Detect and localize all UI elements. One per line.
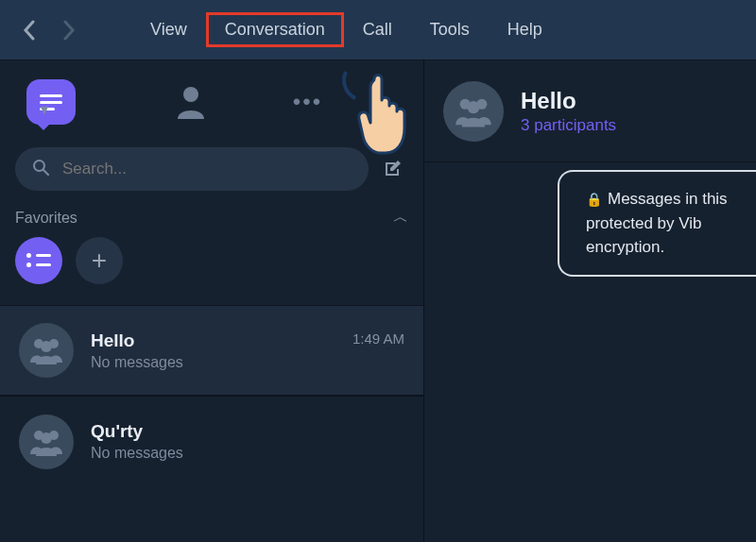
content-pane: Hello 3 participants bbox=[423, 60, 756, 542]
conversation-name: Qu'rty bbox=[91, 421, 404, 442]
menu-call[interactable]: Call bbox=[344, 12, 411, 47]
favorite-add[interactable]: + bbox=[76, 237, 123, 284]
nav-back-button[interactable] bbox=[9, 9, 49, 51]
svg-point-0 bbox=[183, 87, 198, 102]
search-row bbox=[0, 144, 423, 202]
group-icon bbox=[28, 428, 64, 456]
avatar bbox=[19, 323, 74, 378]
search-icon bbox=[32, 159, 49, 180]
conversation-subtitle: No messages bbox=[91, 354, 335, 371]
menu-tools[interactable]: Tools bbox=[411, 12, 489, 47]
svg-line-2 bbox=[43, 170, 48, 175]
menu-items: View Conversation Call Tools Help bbox=[131, 12, 561, 47]
content-title: Hello bbox=[521, 88, 616, 114]
tab-more[interactable]: ••• bbox=[293, 89, 319, 115]
conversation-item-qurty[interactable]: Qu'rty No messages bbox=[0, 396, 423, 486]
svg-point-11 bbox=[467, 100, 479, 112]
main-area: ▼ ••• bbox=[0, 60, 756, 542]
menu-help[interactable]: Help bbox=[489, 12, 561, 47]
conversation-item-hello[interactable]: Hello No messages 1:49 AM bbox=[0, 305, 423, 396]
encryption-text: Messages in this protected by Vib encryp… bbox=[586, 190, 731, 256]
lock-icon: 🔒 bbox=[586, 192, 602, 207]
content-header-text: Hello 3 participants bbox=[521, 88, 616, 135]
plus-icon: + bbox=[92, 246, 107, 276]
favorites-header[interactable]: Favorites ︿ bbox=[0, 202, 423, 231]
compose-button[interactable] bbox=[376, 153, 408, 185]
avatar[interactable] bbox=[443, 81, 504, 142]
sidebar: ▼ ••• bbox=[0, 60, 423, 542]
chevron-down-icon[interactable]: ▼ bbox=[38, 102, 51, 117]
group-icon bbox=[454, 95, 493, 127]
search-input[interactable] bbox=[62, 160, 352, 178]
sidebar-tabs: ▼ ••• bbox=[0, 60, 423, 144]
menubar: View Conversation Call Tools Help bbox=[0, 0, 756, 60]
compose-icon bbox=[382, 159, 403, 179]
tab-contacts[interactable] bbox=[174, 82, 208, 122]
conversation-name: Hello bbox=[91, 330, 335, 351]
list-icon bbox=[26, 251, 51, 270]
conversation-time: 1:49 AM bbox=[352, 327, 404, 347]
conversation-text: Hello No messages bbox=[91, 330, 335, 371]
search-box[interactable] bbox=[15, 147, 369, 191]
conversation-subtitle: No messages bbox=[91, 445, 404, 462]
tab-chats[interactable] bbox=[26, 79, 76, 125]
more-icon: ••• bbox=[293, 89, 322, 115]
avatar bbox=[19, 415, 74, 469]
chevron-up-icon: ︿ bbox=[393, 208, 408, 228]
content-subtitle[interactable]: 3 participants bbox=[521, 116, 616, 135]
favorites-label: Favorites bbox=[15, 210, 77, 227]
content-header: Hello 3 participants bbox=[424, 60, 756, 162]
encryption-notice: 🔒Messages in this protected by Vib encry… bbox=[558, 170, 756, 277]
menu-conversation[interactable]: Conversation bbox=[206, 12, 344, 47]
nav-forward-button[interactable] bbox=[49, 9, 89, 51]
svg-point-5 bbox=[41, 341, 52, 352]
person-icon bbox=[176, 85, 206, 119]
conversation-text: Qu'rty No messages bbox=[91, 421, 404, 462]
svg-point-8 bbox=[41, 432, 52, 444]
favorites-chips: + bbox=[0, 231, 423, 305]
menu-view[interactable]: View bbox=[131, 12, 206, 47]
group-icon bbox=[28, 336, 64, 364]
favorite-mynotes[interactable] bbox=[15, 237, 62, 284]
